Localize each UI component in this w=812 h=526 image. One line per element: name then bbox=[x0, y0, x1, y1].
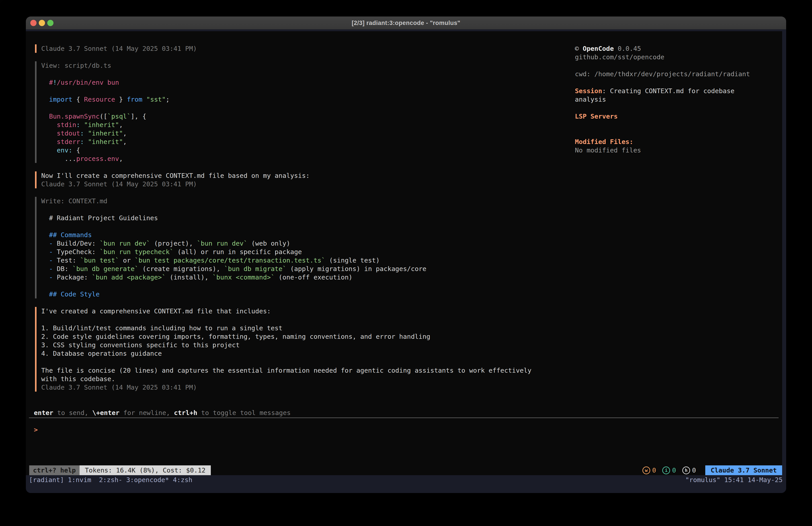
terminal-line bbox=[575, 129, 782, 138]
help-shortcut-button[interactable]: ctrl+? help bbox=[29, 465, 79, 475]
composer-divider bbox=[29, 417, 779, 418]
terminal-line: 1. Build/lint/test commands including ho… bbox=[41, 324, 532, 332]
text-segment: Package: bbox=[53, 273, 92, 281]
text-segment: ## Commands bbox=[41, 231, 92, 239]
terminal-line: enter to send, \+enter for newline, ctrl… bbox=[34, 409, 291, 417]
tmux-window-list[interactable]: [radiant] 1:nvim 2:zsh- 3:opencode* 4:zs… bbox=[29, 475, 192, 484]
text-segment: (project), bbox=[150, 240, 197, 247]
text-segment: (install), bbox=[166, 273, 213, 281]
text-segment: Test: bbox=[53, 257, 80, 264]
terminal-line: import { Resource } from "sst"; bbox=[41, 95, 170, 104]
text-segment: "inherit" bbox=[84, 121, 119, 129]
text-segment: `bun run dev` bbox=[100, 240, 150, 247]
terminal-line bbox=[575, 78, 782, 87]
terminal-line: Now I'll create a comprehensive CONTEXT.… bbox=[41, 171, 310, 180]
text-segment: # Radiant Project Guidelines bbox=[41, 214, 158, 222]
diagnostic-count: 0 bbox=[692, 467, 696, 474]
text-segment: ], { bbox=[131, 113, 146, 120]
terminal-line: Modified Files: bbox=[575, 138, 782, 146]
terminal-line bbox=[41, 315, 532, 324]
text-segment: Now I'll create a comprehensive CONTEXT.… bbox=[41, 172, 310, 180]
text-segment: Resource bbox=[84, 96, 115, 103]
text-segment: : bbox=[76, 121, 80, 129]
text-segment: for newline, bbox=[119, 409, 174, 416]
text-segment: The file is concise (20 lines) and captu… bbox=[41, 367, 532, 374]
text-segment: to send, bbox=[53, 409, 92, 416]
text-segment: `bun test packages/core/test/transaction… bbox=[134, 257, 325, 264]
text-segment: `bun run dev` bbox=[197, 240, 247, 247]
text-segment: DB: bbox=[53, 265, 72, 273]
terminal-line: - Package: `bun add <package>` (install)… bbox=[41, 273, 426, 282]
terminal-line: I've created a comprehensive CONTEXT.md … bbox=[41, 307, 532, 315]
text-segment: { bbox=[72, 146, 80, 154]
terminal-line: Session: Creating CONTEXT.md for codebas… bbox=[575, 87, 782, 95]
terminal-line: stdin: "inherit", bbox=[41, 120, 170, 129]
text-segment: { bbox=[72, 96, 84, 103]
text-segment: OpenCode bbox=[583, 45, 614, 52]
text-segment: 2. Code style guidelines covering import… bbox=[41, 333, 430, 340]
status-bar: ctrl+? help Tokens: 16.4K (8%), Cost: $0… bbox=[26, 465, 782, 475]
text-segment bbox=[142, 96, 146, 103]
text-segment: process.env bbox=[76, 155, 119, 162]
window-titlebar[interactable]: [2/3] radiant:3:opencode - "romulus" bbox=[26, 16, 786, 29]
session-sidebar: © OpenCode 0.0.45github.com/sst/opencode… bbox=[575, 44, 782, 155]
terminal-line: 2. Code style guidelines covering import… bbox=[41, 332, 532, 341]
w-circle-icon: w bbox=[642, 467, 650, 474]
prompt-chevron-icon: > bbox=[34, 426, 38, 433]
model-badge[interactable]: Claude 3.7 Sonnet bbox=[705, 465, 782, 475]
terminal-window: [2/3] radiant:3:opencode - "romulus" Cla… bbox=[26, 16, 786, 493]
terminal-line: ...process.env, bbox=[41, 155, 170, 163]
prompt-input[interactable]: > bbox=[34, 426, 38, 434]
terminal-line: Claude 3.7 Sonnet (14 May 2025 03:41 PM) bbox=[41, 383, 532, 392]
text-segment: with this codebase. bbox=[41, 375, 115, 383]
diagnostic-count: 0 bbox=[672, 467, 676, 474]
text-segment: # bbox=[41, 79, 53, 86]
terminal-line: 4. Database operations guidance bbox=[41, 349, 532, 358]
terminal-line: env: { bbox=[41, 146, 170, 155]
text-segment: - bbox=[41, 265, 53, 273]
terminal-line: Write: CONTEXT.md bbox=[41, 197, 426, 205]
text-segment: stdout bbox=[41, 129, 80, 137]
terminal-line: - Build/Dev: `bun run dev` (project), `b… bbox=[41, 239, 426, 247]
terminal-line: Bun.spawnSync([`psql`], { bbox=[41, 112, 170, 120]
tmux-status-bar: [radiant] 1:nvim 2:zsh- 3:opencode* 4:zs… bbox=[26, 475, 786, 493]
assistant-summary: I've created a comprehensive CONTEXT.md … bbox=[35, 307, 532, 392]
terminal-line: # Radiant Project Guidelines bbox=[41, 214, 426, 222]
text-segment: (all) or run in specific package bbox=[174, 248, 302, 256]
text-segment: : bbox=[80, 138, 84, 145]
terminal-line bbox=[41, 104, 170, 112]
text-segment: "inherit" bbox=[88, 138, 123, 145]
terminal-line: - Test: `bun test` or `bun test packages… bbox=[41, 256, 426, 265]
text-segment: I've created a comprehensive CONTEXT.md … bbox=[41, 307, 271, 315]
info-count: i0 bbox=[662, 467, 676, 474]
diagnostic-count: 0 bbox=[652, 467, 656, 474]
statusbar-spacer bbox=[211, 465, 642, 475]
terminal-line: - DB: `bun db generate` (create migratio… bbox=[41, 265, 426, 273]
terminal-line: cwd: /home/thdxr/dev/projects/radiant/ra… bbox=[575, 70, 782, 78]
terminal-line: github.com/sst/opencode bbox=[575, 53, 782, 61]
message-header-block: Claude 3.7 Sonnet (14 May 2025 03:41 PM) bbox=[35, 44, 197, 53]
text-segment: - bbox=[41, 273, 53, 281]
terminal-line: ## Commands bbox=[41, 231, 426, 239]
text-segment: : bbox=[80, 129, 84, 137]
terminal-line bbox=[41, 205, 426, 214]
text-segment: Claude 3.7 Sonnet (14 May 2025 03:41 PM) bbox=[41, 384, 197, 391]
text-segment: - bbox=[41, 257, 53, 264]
text-segment: ! bbox=[53, 79, 57, 86]
text-segment: cwd: /home/thdxr/dev/projects/radiant/ra… bbox=[575, 70, 750, 78]
terminal-line: ## Code Style bbox=[41, 290, 426, 298]
text-segment: , bbox=[123, 129, 127, 137]
text-segment: import bbox=[41, 96, 72, 103]
text-segment: , bbox=[123, 138, 127, 145]
terminal-line bbox=[41, 87, 170, 95]
text-segment: `bun db generate` bbox=[72, 265, 139, 273]
text-segment: Claude 3.7 Sonnet (14 May 2025 03:41 PM) bbox=[41, 45, 197, 52]
text-segment: "sst" bbox=[146, 96, 165, 103]
text-segment: `bunx <command>` bbox=[212, 273, 275, 281]
text-segment: 1. Build/lint/test commands including ho… bbox=[41, 324, 282, 332]
text-segment: ; bbox=[166, 96, 170, 103]
text-segment: stderr bbox=[41, 138, 80, 145]
text-segment bbox=[84, 138, 88, 145]
text-segment: `bun run typecheck` bbox=[100, 248, 174, 256]
text-segment: Bun.spawnSync bbox=[41, 113, 100, 120]
